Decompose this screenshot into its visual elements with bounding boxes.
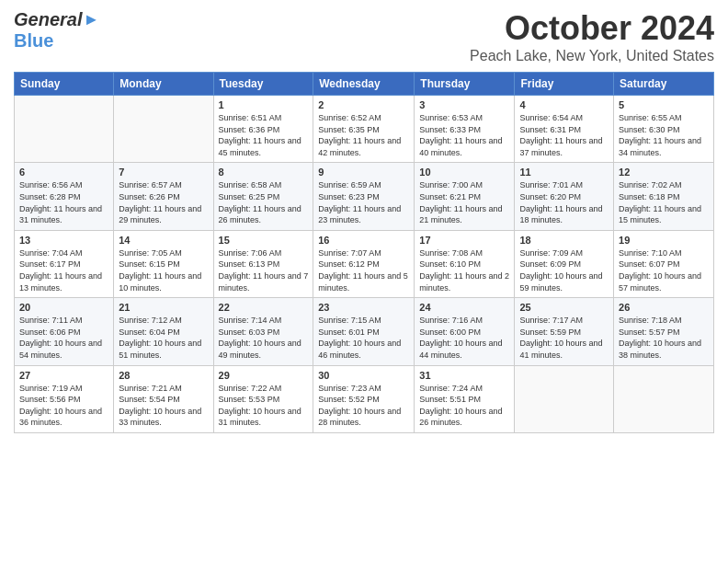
day-info: Sunset: 5:57 PM (619, 327, 709, 339)
day-info: Daylight: 11 hours and 10 minutes. (119, 270, 208, 293)
day-info: Sunset: 5:54 PM (119, 394, 208, 406)
day-info: Sunrise: 6:52 AM (318, 112, 409, 124)
logo-blue-text: Blue (14, 30, 53, 51)
day-info: Daylight: 11 hours and 45 minutes. (219, 135, 309, 158)
day-number: 20 (19, 302, 108, 313)
day-number: 28 (119, 370, 208, 381)
calendar-cell: 11Sunrise: 7:01 AMSunset: 6:20 PMDayligh… (515, 163, 614, 230)
day-info: Daylight: 10 hours and 33 minutes. (119, 406, 208, 429)
day-info: Daylight: 10 hours and 57 minutes. (619, 270, 709, 293)
day-info: Daylight: 10 hours and 41 minutes. (519, 338, 609, 361)
day-info: Sunset: 6:09 PM (519, 259, 609, 270)
calendar-cell: 17Sunrise: 7:08 AMSunset: 6:10 PMDayligh… (415, 230, 515, 297)
calendar-cell: 6Sunrise: 6:56 AMSunset: 6:28 PMDaylight… (15, 163, 114, 230)
calendar-cell: 30Sunrise: 7:23 AMSunset: 5:52 PMDayligh… (313, 365, 415, 432)
calendar-cell: 16Sunrise: 7:07 AMSunset: 6:12 PMDayligh… (313, 230, 415, 297)
calendar-week-row: 6Sunrise: 6:56 AMSunset: 6:28 PMDaylight… (15, 163, 714, 230)
day-info: Sunset: 6:00 PM (419, 327, 509, 339)
day-number: 29 (219, 370, 309, 381)
day-number: 5 (619, 99, 709, 110)
day-info: Sunrise: 7:09 AM (519, 247, 609, 259)
col-saturday: Saturday (614, 73, 714, 96)
day-info: Sunset: 6:30 PM (619, 124, 709, 136)
day-info: Sunset: 6:35 PM (318, 124, 409, 136)
day-info: Sunset: 6:21 PM (419, 191, 509, 203)
day-info: Sunset: 6:31 PM (519, 124, 609, 136)
day-info: Daylight: 11 hours and 2 minutes. (419, 270, 509, 293)
day-info: Sunset: 6:18 PM (619, 191, 709, 203)
main-title: October 2024 (470, 9, 714, 48)
day-number: 24 (419, 302, 509, 313)
day-number: 17 (419, 235, 509, 246)
day-info: Sunset: 6:17 PM (19, 259, 108, 270)
day-info: Sunset: 6:20 PM (519, 191, 609, 203)
day-info: Sunrise: 7:07 AM (318, 247, 409, 259)
day-number: 3 (419, 99, 509, 110)
col-thursday: Thursday (415, 73, 515, 96)
calendar-cell: 25Sunrise: 7:17 AMSunset: 5:59 PMDayligh… (515, 298, 614, 365)
day-number: 9 (318, 167, 409, 178)
col-wednesday: Wednesday (313, 73, 415, 96)
day-info: Sunset: 6:23 PM (318, 191, 409, 203)
day-info: Daylight: 10 hours and 26 minutes. (419, 406, 509, 429)
calendar-cell: 1Sunrise: 6:51 AMSunset: 6:36 PMDaylight… (213, 96, 313, 163)
day-info: Daylight: 11 hours and 26 minutes. (219, 203, 309, 226)
day-info: Sunset: 6:06 PM (19, 327, 108, 339)
calendar-week-row: 13Sunrise: 7:04 AMSunset: 6:17 PMDayligh… (15, 230, 714, 297)
day-info: Sunrise: 6:58 AM (219, 179, 309, 191)
day-info: Sunset: 6:28 PM (19, 191, 108, 203)
day-info: Sunset: 6:36 PM (219, 124, 309, 136)
day-info: Sunrise: 7:24 AM (419, 383, 509, 395)
day-number: 25 (519, 302, 609, 313)
day-info: Sunset: 6:07 PM (619, 259, 709, 270)
day-info: Sunrise: 6:57 AM (119, 179, 208, 191)
day-info: Daylight: 11 hours and 37 minutes. (519, 135, 609, 158)
day-info: Sunset: 6:10 PM (419, 259, 509, 270)
day-info: Sunset: 6:01 PM (318, 327, 409, 339)
day-info: Daylight: 10 hours and 31 minutes. (219, 406, 309, 429)
day-info: Sunset: 5:59 PM (519, 327, 609, 339)
calendar-cell: 18Sunrise: 7:09 AMSunset: 6:09 PMDayligh… (515, 230, 614, 297)
day-info: Sunset: 6:15 PM (119, 259, 208, 270)
day-info: Sunset: 6:03 PM (219, 327, 309, 339)
calendar: Sunday Monday Tuesday Wednesday Thursday… (14, 72, 714, 433)
day-info: Sunset: 5:52 PM (318, 394, 409, 406)
calendar-cell: 5Sunrise: 6:55 AMSunset: 6:30 PMDaylight… (614, 96, 714, 163)
calendar-cell: 4Sunrise: 6:54 AMSunset: 6:31 PMDaylight… (515, 96, 614, 163)
calendar-cell: 15Sunrise: 7:06 AMSunset: 6:13 PMDayligh… (213, 230, 313, 297)
calendar-cell: 23Sunrise: 7:15 AMSunset: 6:01 PMDayligh… (313, 298, 415, 365)
day-info: Sunrise: 7:11 AM (19, 315, 108, 327)
day-info: Sunrise: 7:05 AM (119, 247, 208, 259)
day-info: Sunrise: 7:12 AM (119, 315, 208, 327)
calendar-cell: 8Sunrise: 6:58 AMSunset: 6:25 PMDaylight… (213, 163, 313, 230)
day-info: Daylight: 11 hours and 21 minutes. (419, 203, 509, 226)
calendar-cell: 20Sunrise: 7:11 AMSunset: 6:06 PMDayligh… (15, 298, 114, 365)
day-info: Daylight: 11 hours and 7 minutes. (219, 270, 309, 293)
day-info: Sunrise: 7:02 AM (619, 179, 709, 191)
day-info: Sunrise: 6:55 AM (619, 112, 709, 124)
calendar-cell: 2Sunrise: 6:52 AMSunset: 6:35 PMDaylight… (313, 96, 415, 163)
day-info: Sunrise: 6:53 AM (419, 112, 509, 124)
day-info: Sunset: 5:51 PM (419, 394, 509, 406)
day-number: 16 (318, 235, 409, 246)
day-info: Daylight: 11 hours and 40 minutes. (419, 135, 509, 158)
logo-general-text: General (14, 9, 82, 30)
calendar-header-row: Sunday Monday Tuesday Wednesday Thursday… (15, 73, 714, 96)
header: General ► Blue October 2024 Peach Lake, … (14, 9, 714, 64)
day-info: Daylight: 10 hours and 28 minutes. (318, 406, 409, 429)
calendar-cell: 12Sunrise: 7:02 AMSunset: 6:18 PMDayligh… (614, 163, 714, 230)
calendar-week-row: 27Sunrise: 7:19 AMSunset: 5:56 PMDayligh… (15, 365, 714, 432)
day-info: Daylight: 11 hours and 5 minutes. (318, 270, 409, 293)
day-number: 4 (519, 99, 609, 110)
title-area: October 2024 Peach Lake, New York, Unite… (470, 9, 714, 64)
day-info: Sunset: 5:53 PM (219, 394, 309, 406)
day-info: Daylight: 10 hours and 51 minutes. (119, 338, 208, 361)
calendar-cell (515, 365, 614, 432)
calendar-cell: 24Sunrise: 7:16 AMSunset: 6:00 PMDayligh… (415, 298, 515, 365)
day-number: 22 (219, 302, 309, 313)
day-number: 12 (619, 167, 709, 178)
day-info: Daylight: 11 hours and 23 minutes. (318, 203, 409, 226)
day-info: Sunrise: 7:23 AM (318, 383, 409, 395)
day-info: Sunset: 6:12 PM (318, 259, 409, 270)
day-info: Sunset: 6:25 PM (219, 191, 309, 203)
